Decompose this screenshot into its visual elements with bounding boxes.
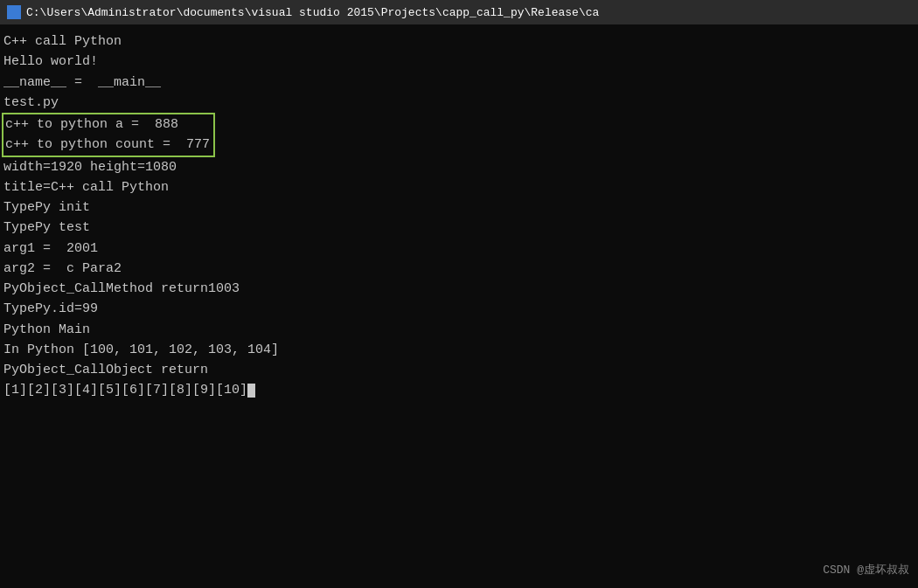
console-line: C++ call Python	[3, 31, 915, 52]
console-line: test.py	[3, 93, 915, 113]
console-line: TypePy init	[3, 197, 915, 218]
console-icon	[7, 5, 21, 19]
console-line: __name__ = __main__	[3, 73, 915, 93]
console-line: title=C++ call Python	[3, 177, 915, 197]
console-line: arg2 = c Para2	[3, 259, 915, 279]
highlight-block: c++ to python a = 888c++ to python count…	[2, 113, 215, 157]
console-line: Hello world!	[3, 52, 915, 72]
console-line: PyObject_CallMethod return1003	[3, 279, 915, 299]
watermark: CSDN @虚坏叔叔	[823, 562, 909, 579]
console-line: [1][2][3][4][5][6][7][8][9][10]	[3, 380, 915, 400]
console-line: Python Main	[3, 320, 915, 340]
console-line: arg1 = 2001	[3, 239, 915, 259]
console-line: TypePy.id=99	[3, 299, 915, 319]
title-bar: C:\Users\Administrator\documents\visual …	[0, 0, 918, 24]
console-line: width=1920 height=1080	[3, 157, 915, 177]
console-line: c++ to python count = 777	[5, 135, 210, 155]
cursor	[247, 384, 255, 398]
title-bar-path: C:\Users\Administrator\documents\visual …	[26, 6, 599, 19]
console-line: PyObject_CallObject return	[3, 360, 915, 380]
console-output: C++ call PythonHello world!__name__ = __…	[0, 24, 918, 588]
console-line: In Python [100, 101, 102, 103, 104]	[3, 340, 915, 360]
console-line: TypePy test	[3, 218, 915, 238]
console-line: c++ to python a = 888	[5, 114, 210, 135]
